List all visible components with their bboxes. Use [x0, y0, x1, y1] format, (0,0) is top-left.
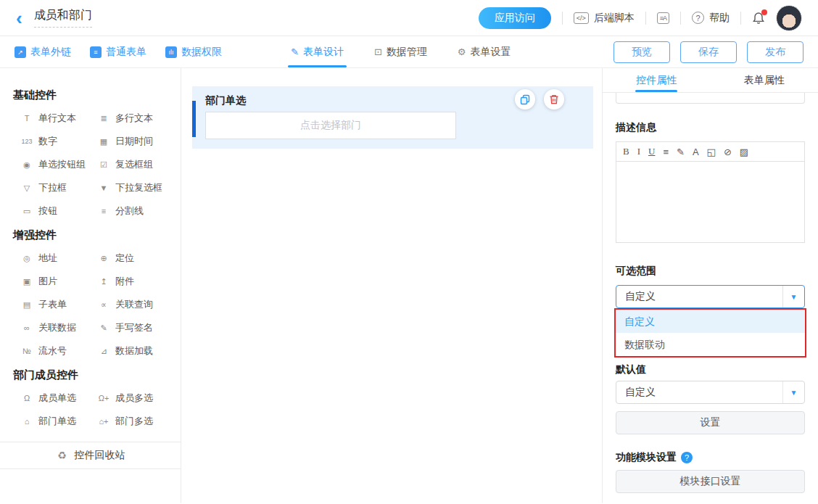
form-toolbar: ↗ 表单外链 ≡ 普通表单 ılı 数据权限 ✎ 表单设计 ⊡ 数据管理 ⚙ 表…	[0, 36, 818, 68]
tab-control-properties[interactable]: 控件属性	[603, 68, 711, 92]
properties-panel: 控件属性 表单属性 描述信息 B I U ≡ ✎ A ◱ ⊘ ▨ 可选范围 自定…	[602, 68, 818, 503]
help-button[interactable]: ? 帮助	[692, 12, 730, 25]
default-value-select[interactable]: 自定义 ▼	[616, 381, 805, 404]
tab-form-design[interactable]: ✎ 表单设计	[291, 36, 344, 67]
control-address[interactable]: ◎ 地址	[20, 247, 97, 270]
control-dept-multi[interactable]: ⌂+ 部门多选	[97, 410, 173, 433]
control-divider[interactable]: ≡ 分割线	[97, 199, 173, 223]
linked-query-icon: ∝	[97, 300, 110, 310]
control-label: 成员单选	[38, 392, 76, 405]
preview-button[interactable]: 预览	[614, 41, 670, 63]
control-recycle-bin[interactable]: ♻ 控件回收站	[0, 442, 181, 469]
address-icon: ◎	[20, 254, 33, 263]
description-editor[interactable]	[616, 162, 805, 243]
unlink-button[interactable]: ⊘	[724, 146, 732, 157]
page-title[interactable]: 成员和部门	[34, 8, 92, 28]
selectable-range-select[interactable]: 自定义 ▼	[616, 285, 805, 308]
bar-chart-icon: ılı	[165, 46, 177, 58]
tab-form-settings[interactable]: ⚙ 表单设置	[458, 36, 511, 67]
selected-field-accent-bar	[192, 101, 196, 137]
control-subform[interactable]: ▤ 子表单	[20, 293, 97, 316]
font-button[interactable]: A	[693, 146, 699, 157]
dept-select-input[interactable]: 点击选择部门	[205, 112, 456, 139]
underline-button[interactable]: U	[648, 146, 655, 157]
user-avatar[interactable]	[776, 5, 802, 31]
control-label: 定位	[115, 252, 134, 265]
control-signature[interactable]: ✎ 手写签名	[97, 316, 173, 339]
field-card-dept-single-select[interactable]: 部门单选 点击选择部门	[192, 86, 593, 149]
control-label: 多行文本	[115, 112, 153, 125]
module-settings-text: 功能模块设置	[616, 451, 677, 464]
settings-button[interactable]: 设置	[616, 411, 805, 434]
control-label: 手写签名	[115, 321, 153, 334]
control-checkbox-group[interactable]: ☑ 复选框组	[97, 153, 173, 176]
control-label: 复选框组	[115, 158, 153, 171]
form-external-link-label: 表单外链	[30, 46, 71, 59]
control-multi-line-text[interactable]: ≣ 多行文本	[97, 107, 173, 130]
save-button[interactable]: 保存	[680, 41, 737, 63]
form-design-icon: ✎	[291, 46, 299, 57]
edit-pen-button[interactable]: ✎	[677, 146, 685, 157]
form-settings-icon: ⚙	[458, 46, 466, 57]
contacts-button[interactable]: ≡A	[657, 12, 669, 24]
control-multi-dropdown[interactable]: ▼ 下拉复选框	[97, 176, 173, 199]
insert-image-button[interactable]: ▨	[740, 146, 748, 157]
align-button[interactable]: ≡	[663, 146, 669, 157]
dropdown-icon: ▽	[20, 183, 33, 193]
bold-button[interactable]: B	[623, 146, 629, 157]
divider	[562, 12, 563, 25]
normal-form-button[interactable]: ≡ 普通表单	[90, 46, 146, 59]
control-label: 关联数据	[38, 321, 76, 334]
default-value-text: 自定义	[616, 381, 782, 403]
properties-tabs: 控件属性 表单属性	[603, 68, 818, 93]
copy-format-button[interactable]: ◱	[707, 146, 716, 157]
section-title: 部门成员控件	[13, 368, 173, 382]
control-image[interactable]: ▣ 图片	[20, 270, 97, 293]
control-linked-query[interactable]: ∝ 关联查询	[97, 293, 173, 316]
control-attachment[interactable]: ↥ 附件	[97, 270, 173, 293]
control-data-load[interactable]: ⊿ 数据加载	[97, 339, 173, 363]
title-input-partial[interactable]	[616, 93, 805, 104]
dept-multi-icon: ⌂+	[97, 417, 110, 426]
module-help-icon[interactable]: ?	[681, 452, 693, 463]
tab-data-management[interactable]: ⊡ 数据管理	[374, 36, 427, 67]
control-member-single[interactable]: Ω 成员单选	[20, 387, 97, 410]
control-palette: 基础控件 T 单行文本 ≣ 多行文本 123 数字 ▦ 日期时间	[0, 68, 181, 503]
control-label: 关联查询	[115, 298, 153, 311]
divider	[740, 12, 741, 25]
control-member-multi[interactable]: Ω+ 成员多选	[97, 387, 173, 410]
control-label: 子表单	[38, 298, 67, 311]
backend-script-button[interactable]: </> 后端脚本	[574, 12, 635, 25]
multi-line-text-icon: ≣	[97, 114, 110, 123]
delete-field-button[interactable]	[544, 89, 564, 110]
control-label: 部门单选	[38, 415, 76, 428]
radio-group-icon: ◉	[20, 160, 33, 170]
copy-field-button[interactable]	[515, 89, 535, 110]
control-button[interactable]: ▭ 按钮	[20, 199, 97, 223]
control-location[interactable]: ⊕ 定位	[97, 247, 173, 270]
control-dropdown[interactable]: ▽ 下拉框	[20, 176, 97, 199]
control-datetime[interactable]: ▦ 日期时间	[97, 130, 173, 153]
control-number[interactable]: 123 数字	[20, 130, 97, 153]
option-custom[interactable]: 自定义	[616, 310, 805, 333]
module-api-settings-button[interactable]: 模块接口设置	[616, 470, 805, 493]
control-serial-number[interactable]: № 流水号	[20, 339, 97, 363]
contacts-icon: ≡A	[657, 12, 669, 24]
control-linked-data[interactable]: ∞ 关联数据	[20, 316, 97, 339]
section-title: 增强控件	[13, 228, 173, 242]
normal-form-label: 普通表单	[106, 46, 146, 59]
data-permission-button[interactable]: ılı 数据权限	[165, 46, 222, 59]
control-single-line-text[interactable]: T 单行文本	[20, 107, 97, 130]
tab-form-properties[interactable]: 表单属性	[711, 68, 818, 92]
control-radio-group[interactable]: ◉ 单选按钮组	[20, 153, 97, 176]
notification-button[interactable]	[752, 12, 765, 25]
form-external-link-button[interactable]: ↗ 表单外链	[15, 46, 71, 59]
option-data-linkage[interactable]: 数据联动	[616, 333, 805, 356]
app-access-button[interactable]: 应用访问	[479, 7, 551, 29]
publish-button[interactable]: 发布	[747, 41, 803, 63]
control-label: 图片	[38, 275, 57, 288]
recycle-label: 控件回收站	[75, 449, 125, 462]
back-icon[interactable]: ‹	[16, 9, 22, 28]
control-dept-single[interactable]: ⌂ 部门单选	[20, 410, 97, 433]
italic-button[interactable]: I	[637, 146, 640, 157]
